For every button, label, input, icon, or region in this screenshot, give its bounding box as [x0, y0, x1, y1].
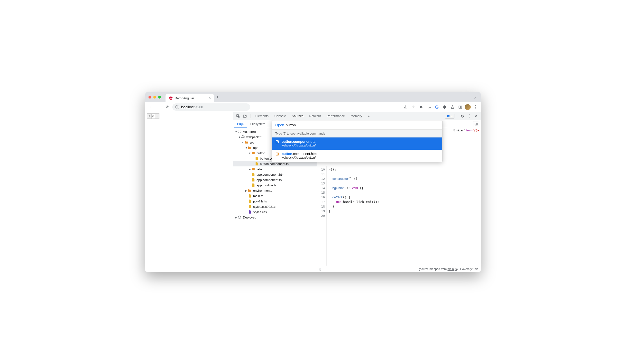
tab-overflow[interactable]: » [366, 112, 372, 120]
tab-elements[interactable]: Elements [253, 112, 271, 120]
tree-styles[interactable]: styles.css [233, 209, 317, 215]
share-icon[interactable] [403, 104, 409, 110]
sources-tab-page[interactable]: Page [234, 120, 247, 128]
issues-count: 1 [451, 114, 453, 118]
svg-rect-10 [245, 115, 246, 117]
devtools-menu-icon[interactable]: ⋮ [466, 113, 472, 119]
minimize-window-button[interactable] [153, 96, 156, 99]
close-window-button[interactable] [149, 96, 151, 99]
page-viewport: + 0 - [145, 112, 233, 272]
open-dialog-header: Open [272, 120, 442, 129]
issues-badge[interactable]: 1 [445, 114, 454, 118]
tab-sources[interactable]: Sources [289, 112, 306, 120]
url-port: :4200 [195, 105, 203, 109]
coverage-label: Coverage: n/a [460, 267, 478, 271]
device-toolbar-icon[interactable] [242, 113, 248, 119]
open-hint: Type '?' to see available commands [272, 129, 442, 138]
extension-incognito-icon[interactable] [426, 104, 432, 110]
angular-favicon-icon [169, 96, 173, 100]
bookmark-star-icon[interactable]: ☆ [410, 104, 417, 110]
tree-app-module[interactable]: app.module.ts [233, 182, 317, 188]
mapped-file-link[interactable]: main.js [448, 267, 457, 271]
browser-menu-icon[interactable]: ⋮ [472, 104, 478, 110]
site-info-icon[interactable]: i [175, 105, 179, 109]
tab-network[interactable]: Network [307, 112, 323, 120]
pretty-print-icon[interactable]: {} [319, 267, 321, 271]
tree-app-html[interactable]: app.component.html [233, 172, 317, 177]
svg-point-2 [428, 107, 429, 108]
extension-flask-icon[interactable] [449, 104, 456, 110]
line-gutter: 1011121314151617181920 [317, 166, 327, 266]
side-panel-icon[interactable] [457, 104, 464, 110]
settings-gear-icon[interactable] [460, 113, 465, 119]
tree-app-ts[interactable]: app.component.ts [233, 177, 317, 182]
svg-point-14 [277, 142, 278, 142]
toggle-right-panel-icon[interactable] [473, 121, 479, 127]
close-tab-icon[interactable]: × [209, 96, 211, 100]
open-file-input[interactable] [286, 123, 439, 127]
extensions-puzzle-icon[interactable] [441, 104, 448, 110]
devtools-body: Page Filesystem ⋮ ▼Authored ▼webpack:// … [233, 120, 481, 272]
svg-rect-6 [459, 106, 462, 108]
maximize-window-button[interactable] [158, 96, 161, 99]
editor-status-bar: {} (source mapped from main.js) Coverage… [317, 266, 481, 272]
tab-title: DemoAngular [175, 96, 194, 100]
open-file-dialog: Open Type '?' to see available commands … [272, 120, 442, 162]
extension-face-icon[interactable]: ☻ [418, 104, 425, 110]
new-tab-button[interactable]: + [216, 95, 219, 100]
open-label: Open [275, 123, 284, 127]
tree-environments[interactable]: ▶environments [233, 188, 317, 193]
tab-console[interactable]: Console [272, 112, 288, 120]
open-results: button.component.ts webpack:///src/app/b… [272, 138, 442, 162]
browser-tab-strip: DemoAngular × + ⌄ [145, 92, 481, 102]
open-result-0[interactable]: button.component.ts webpack:///src/app/b… [272, 138, 442, 150]
tree-styles-q[interactable]: styles.css?231c [233, 204, 317, 209]
content-surface: + 0 - Elements Console Sources Network P… [145, 112, 481, 272]
counter-value: 0 [152, 114, 155, 118]
counter-minus-button[interactable]: - [155, 114, 159, 118]
tabs-chevron-icon[interactable]: ⌄ [473, 94, 476, 100]
sources-tab-filesystem[interactable]: Filesystem [247, 120, 268, 128]
counter-plus-button[interactable]: + [147, 114, 152, 118]
tab-performance[interactable]: Performance [324, 112, 347, 120]
counter-widget: + 0 - [147, 113, 159, 119]
tree-label-folder[interactable]: ▶label [233, 166, 317, 172]
browser-tab[interactable]: DemoAngular × [165, 94, 214, 102]
back-button[interactable]: ← [148, 104, 154, 110]
omnibox[interactable]: i localhost:4200 [172, 103, 250, 111]
forward-button[interactable]: → [156, 104, 162, 110]
source-mapped-label: (source mapped from main.js) [419, 267, 458, 271]
code-area[interactable]: 1011121314151617181920 >(); constructor(… [317, 166, 481, 266]
extension-lighthouse-icon[interactable] [434, 104, 440, 110]
svg-point-16 [277, 153, 278, 154]
window-controls [149, 96, 161, 99]
address-bar: ← → ⟳ i localhost:4200 ☆ ☻ ⋮ [145, 102, 481, 112]
profile-avatar[interactable] [465, 104, 471, 110]
url-host: localhost [181, 105, 195, 109]
devtools-panel: Elements Console Sources Network Perform… [233, 112, 481, 272]
open-result-1[interactable]: button.component.html webpack:///src/app… [272, 150, 442, 162]
svg-point-3 [429, 107, 430, 108]
tree-deployed[interactable]: ▶Deployed [233, 215, 317, 220]
close-devtools-icon[interactable]: ✕ [473, 113, 479, 119]
devtools-tab-bar: Elements Console Sources Network Perform… [233, 112, 481, 120]
browser-window: DemoAngular × + ⌄ ← → ⟳ i localhost:4200… [145, 92, 481, 272]
tree-main-ts[interactable]: main.ts [233, 193, 317, 199]
reload-button[interactable]: ⟳ [164, 104, 171, 110]
code-top-fragment: Emitter } from '@aEmitter } from '@a [453, 128, 479, 132]
tree-polyfills[interactable]: polyfills.ts [233, 199, 317, 204]
inspect-element-icon[interactable] [235, 113, 241, 119]
tab-memory[interactable]: Memory [348, 112, 365, 120]
code-content[interactable]: >(); constructor() {} ngOnInit(): void {… [327, 166, 481, 266]
